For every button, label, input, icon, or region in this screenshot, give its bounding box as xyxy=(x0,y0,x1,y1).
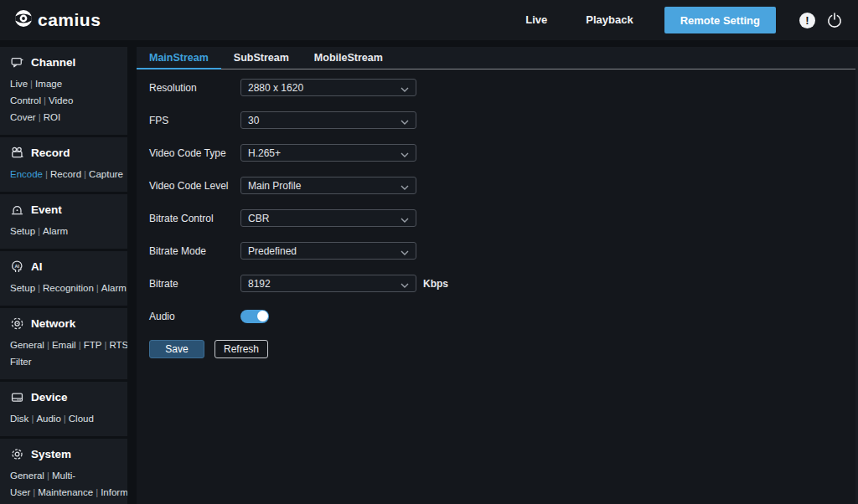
separator: | xyxy=(45,169,48,179)
camius-logo-icon xyxy=(13,8,34,32)
sidebar-section-device-header[interactable]: Device xyxy=(10,390,119,404)
record-camera-icon xyxy=(10,146,24,160)
power-icon[interactable] xyxy=(826,12,843,28)
sidebar-section-ai: AI AI Setup|Recognition|Alarm|Statistics xyxy=(0,251,127,306)
sidebar-section-network: Network General|Email|FTP|RTSP|DDNS|HTTP… xyxy=(0,308,127,379)
encode-settings-form: Resolution 2880 x 1620 FPS 30 Video Code… xyxy=(137,69,855,358)
sidebar-item-event-setup[interactable]: Setup xyxy=(10,226,35,236)
resolution-row: Resolution 2880 x 1620 xyxy=(149,79,855,96)
bitrate-select[interactable]: 8192 xyxy=(240,275,416,292)
video-code-level-row: Video Code Level Main Profile xyxy=(149,177,855,194)
bitrate-control-row: Bitrate Control CBR xyxy=(149,209,855,227)
logo-text: camius xyxy=(38,10,101,30)
sidebar-section-record-header[interactable]: Record xyxy=(10,146,119,160)
chevron-down-icon xyxy=(401,113,409,128)
chevron-down-icon xyxy=(401,276,409,291)
sidebar-item-audio[interactable]: Audio xyxy=(36,414,60,424)
refresh-button[interactable]: Refresh xyxy=(214,340,268,358)
separator: | xyxy=(33,487,35,497)
separator: | xyxy=(38,283,40,293)
section-title: Channel xyxy=(31,56,75,69)
sidebar-section-ai-header[interactable]: AI AI xyxy=(10,260,119,274)
section-title: Event xyxy=(31,203,62,216)
section-title: Network xyxy=(31,317,75,330)
svg-text:AI: AI xyxy=(14,264,19,269)
bitrate-control-value: CBR xyxy=(248,213,269,224)
sidebar-item-ftp[interactable]: FTP xyxy=(84,340,102,350)
camius-logo[interactable]: camius xyxy=(13,8,101,32)
section-title: Record xyxy=(31,147,70,159)
sidebar-item-roi[interactable]: ROI xyxy=(44,112,60,122)
sidebar-section-channel-header[interactable]: Channel xyxy=(10,55,119,69)
video-code-level-select[interactable]: Main Profile xyxy=(240,177,416,194)
alarm-siren-icon xyxy=(10,203,24,217)
sidebar-item-cloud[interactable]: Cloud xyxy=(69,414,94,424)
video-code-type-value: H.265+ xyxy=(248,147,281,159)
tab-substream[interactable]: SubStream xyxy=(221,47,302,69)
separator: | xyxy=(47,471,49,481)
chevron-down-icon xyxy=(401,211,409,226)
sidebar-item-email[interactable]: Email xyxy=(52,340,76,350)
sidebar-item-capture[interactable]: Capture xyxy=(89,169,123,179)
sidebar-item-event-alarm[interactable]: Alarm xyxy=(43,226,68,236)
fps-row: FPS 30 xyxy=(149,111,855,129)
section-title: System xyxy=(31,448,71,460)
sidebar-item-recognition[interactable]: Recognition xyxy=(43,283,94,293)
top-navigation: Live Playback Remote Setting xyxy=(506,0,845,40)
sidebar-section-system-header[interactable]: System xyxy=(10,447,119,461)
sidebar-section-channel: Channel Live|Image Control|Video Cover|R… xyxy=(0,47,127,135)
separator: | xyxy=(96,283,99,293)
nav-live[interactable]: Live xyxy=(506,0,566,40)
separator: | xyxy=(104,340,106,350)
sidebar-section-event-header[interactable]: Event xyxy=(10,203,119,217)
sidebar-item-disk[interactable]: Disk xyxy=(10,414,28,424)
sidebar-item-ai-setup[interactable]: Setup xyxy=(10,283,35,293)
bitrate-row: Bitrate 8192 Kbps xyxy=(149,275,855,292)
section-title: AI xyxy=(31,260,43,273)
chevron-down-icon xyxy=(401,178,409,193)
bitrate-unit-label: Kbps xyxy=(423,278,448,290)
video-code-level-value: Main Profile xyxy=(248,180,301,192)
chevron-down-icon xyxy=(401,80,409,95)
sidebar-item-encode[interactable]: Encode xyxy=(10,169,43,179)
sidebar-item-maintenance[interactable]: Maintenance xyxy=(38,487,93,497)
gear-icon xyxy=(10,447,24,461)
sidebar-item-live[interactable]: Live xyxy=(10,79,28,89)
sidebar-item-record[interactable]: Record xyxy=(50,169,81,179)
separator: | xyxy=(96,487,98,497)
video-code-level-label: Video Code Level xyxy=(149,180,240,192)
separator: | xyxy=(79,340,81,350)
save-button[interactable]: Save xyxy=(149,340,204,358)
video-code-type-row: Video Code Type H.265+ xyxy=(149,144,855,162)
bitrate-control-select[interactable]: CBR xyxy=(240,209,416,227)
nav-remote-setting-button[interactable]: Remote Setting xyxy=(664,7,776,33)
sidebar-main-divider xyxy=(127,47,137,504)
video-code-type-select[interactable]: H.265+ xyxy=(240,144,416,162)
nav-playback[interactable]: Playback xyxy=(566,0,652,40)
resolution-select[interactable]: 2880 x 1620 xyxy=(240,79,416,96)
tab-mobilestream[interactable]: MobileStream xyxy=(302,47,395,69)
sidebar-item-ai-alarm[interactable]: Alarm xyxy=(101,283,127,293)
separator: | xyxy=(39,112,41,122)
tab-mainstream[interactable]: MainStream xyxy=(137,47,221,69)
video-code-type-label: Video Code Type xyxy=(149,147,240,159)
bitrate-label: Bitrate xyxy=(149,278,240,290)
sidebar-section-device: Device Disk|Audio|Cloud xyxy=(0,382,127,436)
resolution-value: 2880 x 1620 xyxy=(248,82,303,94)
info-icon[interactable] xyxy=(799,13,815,28)
separator: | xyxy=(38,226,40,236)
separator: | xyxy=(64,414,66,424)
bitrate-mode-select[interactable]: Predefined xyxy=(240,242,416,260)
audio-toggle[interactable] xyxy=(240,310,269,323)
audio-row: Audio xyxy=(149,307,855,325)
sidebar-item-information[interactable]: Information xyxy=(101,487,127,497)
separator: | xyxy=(44,95,46,105)
sidebar-item-rtsp[interactable]: RTSP xyxy=(109,340,127,350)
bitrate-mode-label: Bitrate Mode xyxy=(149,245,240,257)
section-title: Device xyxy=(31,391,68,404)
fps-value: 30 xyxy=(248,115,259,126)
sidebar-section-network-header[interactable]: Network xyxy=(10,316,119,331)
fps-select[interactable]: 30 xyxy=(240,111,416,129)
sidebar-item-network-general[interactable]: General xyxy=(10,340,44,350)
sidebar-item-system-general[interactable]: General xyxy=(10,471,44,481)
